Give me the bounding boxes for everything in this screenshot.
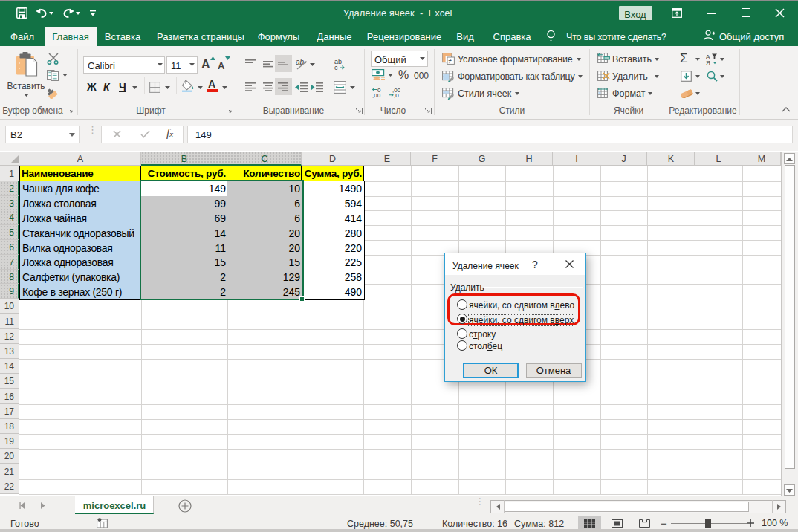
svg-text:≠: ≠	[449, 58, 452, 65]
svg-text:c: c	[334, 64, 338, 70]
svg-text:,0: ,0	[394, 92, 399, 98]
svg-text:Я: Я	[706, 59, 710, 65]
svg-text:ab: ab	[296, 58, 305, 66]
svg-text:,00: ,00	[372, 92, 381, 98]
